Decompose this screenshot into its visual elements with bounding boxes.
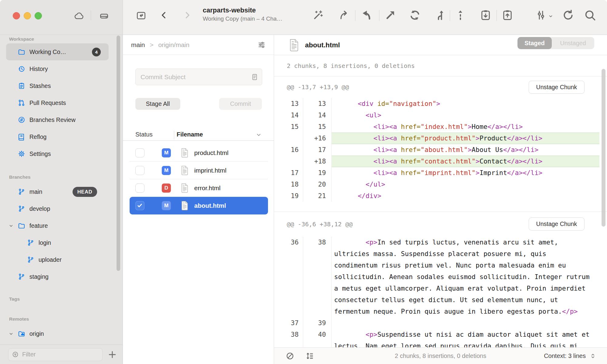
sidebar-item-main[interactable]: mainHEAD (6, 183, 109, 200)
window-title-block: carparts-website Working Copy (main – 4 … (203, 6, 283, 23)
chevron-down-icon[interactable] (8, 331, 14, 336)
code-text: <li><a href="product.html">Product</a></… (332, 133, 599, 144)
view-options-icon[interactable] (534, 9, 547, 22)
sidebar-scrollbar[interactable] (117, 35, 120, 271)
unstage-chunk-button[interactable]: Unstage Chunk (529, 81, 585, 94)
stage-all-button[interactable]: Stage All (135, 98, 180, 110)
filter-field[interactable] (8, 348, 103, 361)
sidebar-item-uploader[interactable]: uploader (6, 251, 109, 268)
diff-body: 2 chunks, 8 insertions, 0 deletions @@ -… (274, 55, 607, 347)
diff-chunks: @@ -13,7 +13,9 @@Unstage Chunk1313 <div … (274, 76, 607, 347)
code-text: <li><a href="index.html">Home</a></li> (332, 121, 599, 133)
unstage-chunk-button[interactable]: Unstage Chunk (529, 217, 585, 231)
back-button[interactable] (159, 10, 169, 21)
file-icon (181, 201, 189, 211)
push-icon[interactable] (384, 9, 397, 22)
column-divider[interactable] (174, 131, 174, 139)
breadcrumb-current-branch[interactable]: main (131, 41, 145, 48)
new-line-number: 39 (303, 317, 332, 329)
old-line-number: 18 (282, 179, 303, 190)
sidebar-section-workspace: WorkspaceWorking Co…4HistoryStashesPull … (0, 35, 123, 162)
old-line-number (282, 156, 303, 167)
forward-button[interactable] (182, 10, 192, 21)
stage-checkbox[interactable] (135, 184, 144, 193)
stage-checkbox[interactable] (135, 148, 144, 157)
sidebar-item-pull-requests[interactable]: Pull Requests (6, 94, 109, 111)
commit-description-icon[interactable] (251, 73, 259, 81)
sidebar-item-reflog[interactable]: Reflog (6, 128, 109, 145)
code-text: <p>Suspendisse ut nisi ac diam auctor al… (332, 329, 599, 347)
filter-input[interactable] (22, 351, 102, 358)
file-icon (181, 166, 189, 175)
repository-icon[interactable] (135, 10, 147, 21)
diff-scrollbar[interactable] (602, 69, 605, 227)
status-column-header[interactable]: Status (135, 131, 153, 138)
refresh-icon[interactable] (562, 9, 575, 22)
new-line-number: 14 (303, 110, 332, 121)
wand-icon[interactable] (312, 9, 324, 22)
view-filter-icon[interactable] (257, 41, 266, 49)
new-line-number: +16 (303, 133, 332, 144)
filename-column-header[interactable]: Filename (177, 131, 203, 138)
sidebar-item-stashes[interactable]: Stashes (6, 77, 109, 94)
old-line-number: 19 (282, 190, 303, 202)
diff-chunk: @@ -13,7 +13,9 @@Unstage Chunk1313 <div … (274, 76, 607, 212)
stash-pop-icon[interactable] (501, 9, 514, 22)
stage-checkbox[interactable] (135, 166, 144, 175)
sidebar-item-history[interactable]: History (6, 60, 109, 77)
file-row-about-html[interactable]: Mabout.html (130, 197, 268, 214)
diff-line: 1921 </div> (282, 190, 599, 202)
sidebar-item-staging[interactable]: staging (6, 268, 109, 285)
chevron-down-icon[interactable] (256, 132, 262, 138)
sync-icon[interactable] (409, 9, 421, 22)
dashed-up-icon[interactable] (454, 9, 467, 22)
new-line-number: 15 (303, 121, 332, 133)
chevron-down-icon[interactable] (548, 14, 553, 19)
fetch-icon[interactable] (337, 9, 350, 22)
stash-save-icon[interactable] (479, 9, 492, 22)
file-row-product-html[interactable]: Mproduct.html (130, 144, 268, 162)
minimize-window-button[interactable] (24, 12, 31, 19)
sidebar-item-branches-review[interactable]: Branches Review (6, 111, 109, 128)
chevron-down-icon[interactable] (8, 223, 14, 228)
add-button[interactable] (107, 349, 117, 360)
close-window-button[interactable] (13, 12, 20, 19)
tab-staged[interactable]: Staged (517, 37, 552, 49)
sidebar-item-settings[interactable]: Settings (6, 145, 109, 162)
diff-line: 1820 </ul> (282, 179, 599, 190)
file-name: product.html (194, 144, 229, 162)
branch-icon (27, 256, 35, 264)
sidebar-item-origin[interactable]: origin (6, 325, 109, 342)
sidebar-section-remotes: Remotesorigin (0, 315, 123, 342)
sidebar-item-login[interactable]: login (6, 234, 109, 251)
sidebar-item-label: login (39, 239, 51, 246)
app-window: carparts-website Working Copy (main – 4 … (0, 0, 607, 364)
diff-line: 1617 <li><a href="about.html">About Us</… (282, 144, 599, 156)
sidebar-item-feature[interactable]: feature (6, 217, 109, 234)
local-drive-icon[interactable] (99, 11, 110, 21)
check-icon (137, 202, 143, 209)
toolbar-separator (497, 10, 497, 21)
context-lines-label[interactable]: Context: 3 lines (544, 348, 586, 364)
diff-line: 1414 <ul> (282, 110, 599, 121)
code-text (332, 317, 599, 329)
sidebar-item-develop[interactable]: develop (6, 200, 109, 217)
commit-button[interactable]: Commit (219, 98, 262, 110)
zoom-window-button[interactable] (35, 12, 42, 19)
pull-icon[interactable] (360, 9, 373, 22)
file-row-error-html[interactable]: Derror.html (130, 179, 268, 197)
branch-up-icon[interactable] (434, 9, 446, 22)
commit-subject-input[interactable] (136, 69, 262, 85)
old-line-number: 37 (282, 317, 303, 329)
stage-checkbox[interactable] (135, 201, 144, 210)
sidebar-item-label: Pull Requests (29, 99, 66, 106)
file-row-imprint-html[interactable]: Mimprint.html (130, 162, 268, 179)
gear-icon (18, 150, 25, 158)
context-stepper-icon[interactable] (590, 352, 596, 359)
breadcrumb-upstream[interactable]: origin/main (158, 41, 189, 48)
search-icon[interactable] (584, 9, 596, 22)
tab-unstaged[interactable]: Unstaged (552, 37, 594, 49)
diff-line: 1313 <div id="navigation"> (282, 98, 599, 110)
sidebar-item-working-co[interactable]: Working Co…4 (6, 43, 109, 60)
cloud-icon[interactable] (74, 11, 85, 21)
